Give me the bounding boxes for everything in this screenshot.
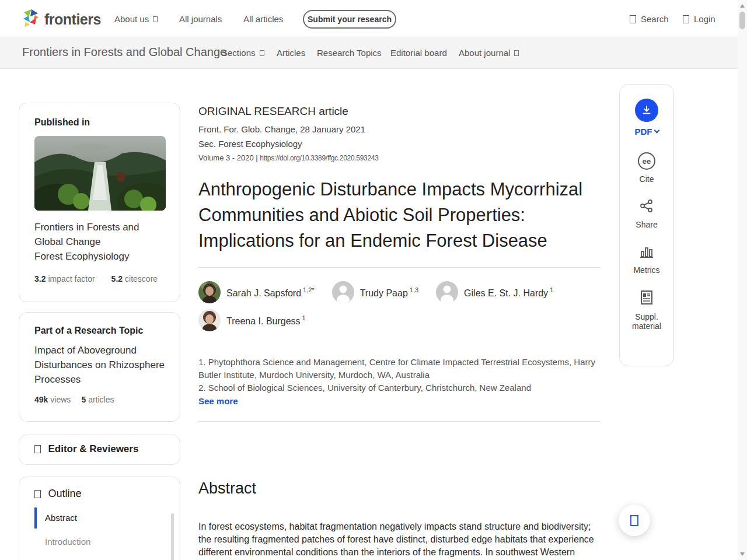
scroll-up-arrow[interactable] [740,4,745,8]
nav-all-journals[interactable]: All journals [179,14,222,24]
research-topic-heading: Part of a Research Topic [34,326,165,336]
frontiers-logo[interactable]: frontiers [22,8,101,30]
supplementary-button[interactable]: Suppl.material [620,290,673,331]
author-avatar-photo [198,309,221,331]
share-icon [640,199,654,213]
author-burgess[interactable]: Treena I. Burgess1 [198,309,600,331]
user-icon [683,15,689,23]
jnav-sections[interactable]: Sections [222,48,264,58]
top-navbar: frontiers About us All journals All arti… [0,0,738,37]
jnav-about-journal[interactable]: About journal [459,48,519,58]
jnav-editorial-board[interactable]: Editorial board [390,48,447,58]
jnav-research-topics[interactable]: Research Topics [317,48,382,58]
published-in-card: Published in [19,103,180,302]
published-journal-link[interactable]: Frontiers in Forests and Global Change [34,220,165,249]
published-section-name: Forest Ecophysiology [34,249,165,264]
pdf-download-button[interactable] [635,99,658,122]
research-topic-link[interactable]: Impact of Aboveground Disturbances on Rh… [34,343,165,387]
login-button[interactable]: Login [683,14,715,24]
chevron-down-icon [260,50,264,56]
affiliation-1: 1. Phytophthora Science and Management, … [198,356,600,382]
people-icon [34,445,41,453]
journal-navbar: Frontiers in Forests and Global Change S… [0,37,738,69]
document-icon [640,290,654,305]
journal-cover-image[interactable] [34,136,166,211]
feedback-fab-button[interactable] [619,505,650,536]
frontiers-logo-icon [22,8,40,30]
outline-item-abstract[interactable]: Abstract [34,513,165,523]
research-topic-card: Part of a Research Topic Impact of Above… [19,312,180,422]
author-hardy[interactable]: Giles E. St. J. Hardy1 [436,281,553,303]
divider-line [198,421,600,422]
page-scrollbar[interactable] [738,0,747,560]
pdf-dropdown[interactable]: PDF [635,127,659,136]
article-type-label: ORIGINAL RESEARCH article [198,105,348,118]
scrollbar-thumb[interactable] [739,12,745,29]
article-section: Sec. Forest Ecophysiology [198,139,302,149]
outline-heading: Outline [48,488,81,499]
divider-line [198,267,600,268]
chevron-down-icon [654,128,659,134]
chevron-down-icon [514,50,519,56]
author-avatar-placeholder [436,281,458,303]
search-icon [630,15,636,23]
doi-link[interactable]: https://doi.org/10.3389/ffgc.2020.593243 [260,154,378,162]
page: frontiers About us All journals All arti… [0,0,747,560]
outline-card: Outline Abstract Introduction [19,477,180,560]
download-icon [641,105,652,116]
published-in-heading: Published in [34,117,165,128]
article-volume-doi: Volume 3 - 2020 | https://doi.org/10.338… [198,153,379,162]
impact-factor: 3.2impact factor [34,274,95,284]
submit-research-button[interactable]: Submit your research [303,10,396,29]
chat-icon [630,515,638,526]
abstract-text: In forest ecosystems, habitat fragmentat… [198,520,600,559]
article-title: Anthropogenic Disturbance Impacts Mycorr… [198,177,600,254]
cite-button[interactable]: ee Cite [620,152,673,184]
article-citation: Front. For. Glob. Change, 28 January 202… [198,124,365,134]
topic-articles: 5articles [81,395,114,404]
action-rail: PDF ee Cite Share Metrics [619,84,674,366]
outline-item-introduction[interactable]: Introduction [34,537,165,547]
jnav-articles[interactable]: Articles [277,48,305,58]
author-avatar-placeholder [332,281,354,303]
see-more-link[interactable]: See more [198,396,238,406]
share-button[interactable]: Share [620,199,673,229]
outline-scrollbar[interactable] [171,513,174,560]
metrics-icon [639,244,654,258]
topic-views: 49kviews [34,395,71,404]
nav-all-articles[interactable]: All articles [243,14,283,24]
chevron-down-icon [153,16,158,22]
cite-icon: ee [638,152,655,170]
author-paap[interactable]: Trudy Paap1,3 [332,281,418,303]
citescore: 5.2citescore [111,274,158,284]
journal-title-link[interactable]: Frontiers in Forests and Global Change [22,46,226,59]
affiliation-2: 2. School of Biological Sciences, Univer… [198,382,600,394]
outline-icon [34,490,41,498]
search-button[interactable]: Search [630,14,669,24]
author-avatar-photo [198,281,221,303]
abstract-heading: Abstract [198,480,256,498]
editor-reviewers-card[interactable]: Editor & Reviewers [19,435,180,465]
author-sapsford[interactable]: Sarah J. Sapsford1,2* [198,281,315,303]
nav-about-us[interactable]: About us [114,14,158,24]
metrics-button[interactable]: Metrics [620,244,673,275]
affiliations: 1. Phytophthora Science and Management, … [198,356,600,394]
editor-reviewers-label: Editor & Reviewers [48,443,138,454]
authors-list: Sarah J. Sapsford1,2* Trudy Paap1,3 [198,281,600,331]
scroll-down-arrow[interactable] [740,552,745,556]
brand-name: frontiers [44,11,101,28]
